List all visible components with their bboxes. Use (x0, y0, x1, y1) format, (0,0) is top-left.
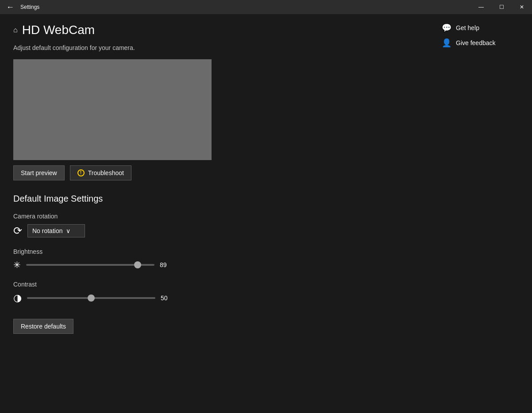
camera-rotation-dropdown[interactable]: No rotation ∨ (27, 224, 85, 237)
brightness-control: ✳ 89 (13, 260, 421, 270)
titlebar-controls: — ☐ ✕ (471, 0, 532, 14)
contrast-icon: ◑ (13, 292, 22, 304)
contrast-value: 50 (161, 294, 174, 302)
camera-rotation-setting: Camera rotation ⟳ No rotation ∨ (13, 213, 421, 237)
brightness-value: 89 (160, 261, 173, 268)
give-feedback-label: Give feedback (456, 39, 496, 46)
page-title: HD WebCam (22, 23, 95, 37)
home-icon[interactable]: ⌂ (13, 26, 18, 34)
troubleshoot-button[interactable]: Troubleshoot (70, 165, 131, 180)
minimize-button[interactable]: — (471, 0, 491, 14)
contrast-control: ◑ 50 (13, 292, 421, 304)
restore-defaults-button[interactable]: Restore defaults (13, 319, 73, 334)
contrast-label: Contrast (13, 281, 421, 288)
warning-icon (77, 169, 85, 176)
camera-rotation-control: ⟳ No rotation ∨ (13, 224, 421, 237)
brightness-setting: Brightness ✳ 89 (13, 248, 421, 270)
brightness-icon: ✳ (13, 260, 21, 270)
contrast-slider[interactable] (27, 297, 155, 299)
camera-preview (13, 59, 212, 160)
maximize-button[interactable]: ☐ (491, 0, 512, 14)
get-help-link[interactable]: 💬 Get help (442, 23, 525, 33)
brightness-label: Brightness (13, 248, 421, 255)
titlebar-title: Settings (20, 4, 39, 10)
camera-rotation-label: Camera rotation (13, 213, 421, 220)
troubleshoot-label: Troubleshoot (88, 169, 124, 176)
titlebar-left: ← Settings (4, 2, 39, 13)
get-help-label: Get help (456, 24, 479, 31)
give-feedback-icon: 👤 (442, 38, 451, 48)
chevron-down-icon: ∨ (66, 227, 70, 234)
contrast-setting: Contrast ◑ 50 (13, 281, 421, 304)
main-area: ⌂ HD WebCam Adjust default configuration… (0, 14, 532, 413)
camera-rotate-icon: ⟳ (13, 225, 22, 237)
section-title: Default Image Settings (13, 194, 421, 204)
start-preview-button[interactable]: Start preview (13, 165, 65, 180)
content-area: ⌂ HD WebCam Adjust default configuration… (0, 14, 435, 413)
brightness-slider[interactable] (26, 264, 154, 266)
camera-rotation-value: No rotation (32, 227, 62, 234)
right-panel: 💬 Get help 👤 Give feedback (435, 14, 532, 413)
subtitle-text: Adjust default configuration for your ca… (13, 44, 421, 51)
give-feedback-link[interactable]: 👤 Give feedback (442, 38, 525, 48)
titlebar: ← Settings — ☐ ✕ (0, 0, 532, 14)
back-button[interactable]: ← (4, 2, 17, 13)
get-help-icon: 💬 (442, 23, 451, 33)
breadcrumb: ⌂ HD WebCam (13, 23, 421, 37)
close-button[interactable]: ✕ (512, 0, 532, 14)
button-row: Start preview Troubleshoot (13, 165, 421, 180)
